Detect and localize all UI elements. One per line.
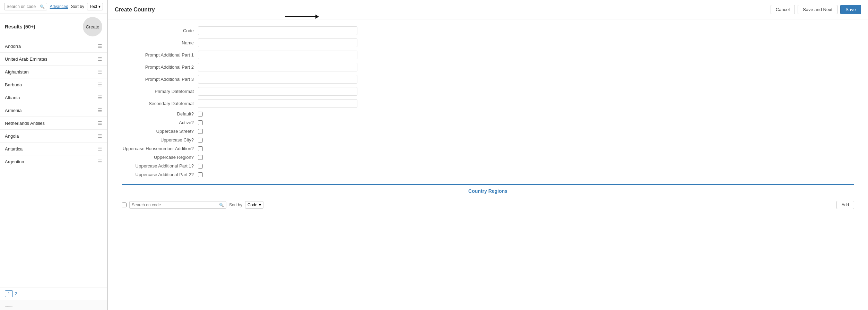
cancel-button[interactable]: Cancel	[771, 5, 795, 14]
prompt-part1-input[interactable]	[198, 51, 357, 59]
form-row-uppercase-region: Uppercase Region?	[122, 155, 854, 160]
code-label: Code	[122, 28, 198, 33]
form-row-uppercase-housenumber: Uppercase Housenumber Addition?	[122, 146, 854, 151]
menu-icon[interactable]: ☰	[98, 69, 102, 75]
form-row-secondary-dateformat: Secondary Dateformat	[122, 99, 854, 108]
uppercase-housenumber-checkbox[interactable]	[198, 146, 203, 151]
list-item-name: Albania	[5, 95, 20, 100]
regions-sort-value: Code	[248, 203, 258, 207]
regions-sort-select[interactable]: Code ▾	[245, 201, 263, 209]
uppercase-region-checkbox[interactable]	[198, 155, 203, 160]
uppercase-street-checkbox[interactable]	[198, 129, 203, 134]
menu-icon[interactable]: ☰	[98, 56, 102, 62]
uppercase-city-checkbox[interactable]	[198, 138, 203, 143]
name-input[interactable]	[198, 38, 357, 47]
list-item-name: Afghanistan	[5, 69, 29, 75]
uppercase-region-label: Uppercase Region?	[122, 155, 198, 160]
uppercase-additional2-checkbox[interactable]	[198, 172, 203, 177]
page-title: Create Country	[115, 7, 155, 13]
menu-icon[interactable]: ☰	[98, 146, 102, 152]
prompt-part3-label: Prompt Additional Part 3	[122, 77, 198, 82]
chevron-down-icon-left: ▾	[98, 4, 101, 9]
list-item[interactable]: Armenia ☰	[0, 104, 107, 117]
form-row-prompt1: Prompt Additional Part 1	[122, 51, 854, 59]
menu-icon[interactable]: ☰	[98, 120, 102, 126]
prompt-part1-label: Prompt Additional Part 1	[122, 52, 198, 58]
form-row-prompt3: Prompt Additional Part 3	[122, 75, 854, 84]
list-item-name: Antartica	[5, 146, 23, 152]
default-checkbox[interactable]	[198, 112, 203, 117]
search-icon-regions: 🔍	[219, 203, 224, 207]
save-and-next-button[interactable]: Save and Next	[798, 5, 837, 14]
country-regions-section-header: Country Regions	[122, 184, 854, 194]
menu-icon[interactable]: ☰	[98, 43, 102, 49]
list-item-name: Argentina	[5, 159, 24, 164]
form-row-code: Code	[122, 26, 854, 35]
menu-icon[interactable]: ☰	[98, 107, 102, 113]
menu-icon[interactable]: ☰	[98, 82, 102, 87]
save-button[interactable]: Save	[840, 5, 861, 14]
sort-value-left: Text	[89, 4, 97, 9]
list-item[interactable]: United Arab Emirates ☰	[0, 53, 107, 66]
form-row-prompt2: Prompt Additional Part 2	[122, 63, 854, 71]
list-area: Andorra ☰ United Arab Emirates ☰ Afghani…	[0, 40, 107, 287]
list-item-name: Armenia	[5, 108, 21, 113]
list-item-name: Netherlands Antilles	[5, 121, 45, 126]
regions-select-all-checkbox[interactable]	[122, 203, 127, 207]
header-buttons: Cancel Save and Next Save	[771, 5, 861, 14]
uppercase-additional1-label: Uppercase Additional Part 1?	[122, 163, 198, 169]
code-input[interactable]	[198, 26, 357, 35]
active-label: Active?	[122, 120, 198, 125]
prompt-part3-input[interactable]	[198, 75, 357, 84]
advanced-link[interactable]: Advanced	[50, 4, 68, 9]
sort-select-left[interactable]: Text ▾	[87, 3, 103, 10]
bottom-bar: ........	[0, 300, 107, 310]
list-item[interactable]: Albania ☰	[0, 91, 107, 104]
arrow-annotation	[284, 12, 319, 21]
search-box-left[interactable]: 🔍	[4, 3, 47, 10]
active-checkbox[interactable]	[198, 120, 203, 125]
right-panel: Create Country Cancel Save and Next Save…	[108, 0, 868, 310]
results-header: Results (50+) Create	[0, 14, 107, 40]
svg-marker-1	[315, 15, 319, 19]
primary-dateformat-label: Primary Dateformat	[122, 89, 198, 94]
list-item[interactable]: Netherlands Antilles ☰	[0, 117, 107, 130]
menu-icon[interactable]: ☰	[98, 95, 102, 100]
add-region-button[interactable]: Add	[836, 201, 854, 209]
form-row-name: Name	[122, 38, 854, 47]
prompt-part2-label: Prompt Additional Part 2	[122, 64, 198, 70]
list-item[interactable]: Andorra ☰	[0, 40, 107, 53]
create-button[interactable]: Create	[83, 17, 102, 36]
uppercase-additional2-label: Uppercase Additional Part 2?	[122, 172, 198, 177]
secondary-dateformat-input[interactable]	[198, 99, 357, 108]
primary-dateformat-input[interactable]	[198, 87, 357, 96]
menu-icon[interactable]: ☰	[98, 159, 102, 164]
regions-search-input[interactable]	[132, 203, 218, 207]
form-row-uppercase-street: Uppercase Street?	[122, 129, 854, 134]
uppercase-additional1-checkbox[interactable]	[198, 164, 203, 169]
search-icon-left: 🔍	[40, 5, 45, 9]
page-1-button[interactable]: 1	[5, 290, 13, 297]
bottom-label: ........	[5, 303, 13, 307]
form-row-primary-dateformat: Primary Dateformat	[122, 87, 854, 96]
regions-toolbar: 🔍 Sort by Code ▾ Add	[122, 199, 854, 211]
search-input-left[interactable]	[7, 4, 39, 9]
list-item[interactable]: Antartica ☰	[0, 143, 107, 155]
list-item[interactable]: Angola ☰	[0, 130, 107, 143]
left-panel: 🔍 Advanced Sort by Text ▾ Results (50+) …	[0, 0, 107, 310]
list-item-name: United Arab Emirates	[5, 57, 47, 62]
list-item[interactable]: Barbuda ☰	[0, 78, 107, 91]
results-count: Results (50+)	[5, 24, 35, 29]
prompt-part2-input[interactable]	[198, 63, 357, 71]
menu-icon[interactable]: ☰	[98, 133, 102, 139]
page-2-button[interactable]: 2	[15, 291, 17, 296]
list-item[interactable]: Afghanistan ☰	[0, 66, 107, 78]
regions-search-box[interactable]: 🔍	[129, 201, 226, 209]
form-row-active: Active?	[122, 120, 854, 125]
left-toolbar: 🔍 Advanced Sort by Text ▾	[0, 0, 107, 14]
regions-sort-label: Sort by	[229, 203, 242, 207]
uppercase-housenumber-label: Uppercase Housenumber Addition?	[122, 146, 198, 151]
list-item-name: Angola	[5, 134, 19, 139]
chevron-down-icon-regions: ▾	[259, 203, 261, 207]
list-item[interactable]: Argentina ☰	[0, 155, 107, 168]
